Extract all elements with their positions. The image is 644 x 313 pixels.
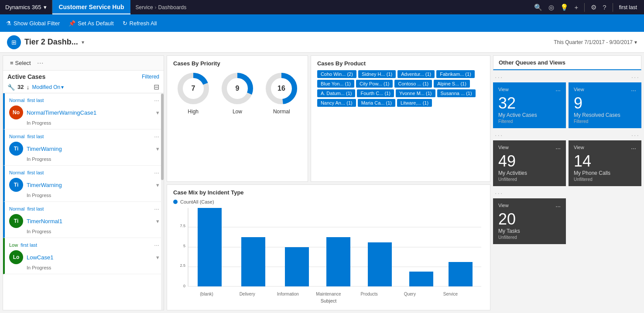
settings-icon[interactable]: ⚙	[591, 3, 596, 11]
case-name[interactable]: TimerWarning	[27, 146, 153, 152]
main-content: ≡ Select ··· Active Cases Filtered 🔧 32 …	[0, 53, 644, 313]
middle-panel: Cases By Priority 7 High	[167, 55, 490, 310]
queue-view[interactable]: View	[574, 87, 584, 92]
svg-text:0: 0	[183, 284, 185, 288]
sort-chevron: ▾	[61, 84, 64, 90]
product-tag[interactable]: Susanna ... (1)	[437, 89, 476, 97]
product-tag[interactable]: Blue Yon... (1)	[317, 80, 354, 88]
queue-number: 20	[498, 211, 561, 227]
recent-icon[interactable]: ◎	[548, 3, 554, 11]
dots-left: ···	[495, 74, 503, 82]
expand-icon[interactable]: ▾	[156, 182, 159, 188]
case-name[interactable]: LowCase1	[27, 254, 153, 261]
case-user[interactable]: first last	[27, 206, 44, 211]
product-tag[interactable]: A. Datum... (1)	[317, 89, 356, 97]
show-global-filter-btn[interactable]: ⚗ Show Global Filter	[6, 20, 60, 27]
product-tag[interactable]: Nancy An... (1)	[317, 99, 356, 107]
dynamics365-chevron[interactable]: ▾	[44, 4, 47, 10]
case-priority: Normal	[9, 206, 24, 211]
queue-view[interactable]: View	[498, 203, 509, 208]
search-icon[interactable]: 🔍	[534, 3, 542, 11]
help-icon[interactable]: 💡	[560, 3, 569, 11]
donut-low: 9 Low	[220, 71, 255, 115]
case-priority: Low	[9, 242, 18, 248]
case-user[interactable]: first last	[27, 134, 44, 139]
case-name[interactable]: NormalTimerWarningCase1	[27, 109, 153, 116]
case-status: In Progress	[9, 192, 159, 198]
date-chevron[interactable]: ▾	[634, 39, 637, 45]
product-tag[interactable]: Yvonne M... (1)	[396, 89, 435, 97]
sort-arrow[interactable]: ↓	[26, 84, 29, 91]
product-tag[interactable]: Adventur... (1)	[397, 70, 435, 78]
sort-label[interactable]: Modified On ▾	[32, 84, 64, 90]
queue-view[interactable]: View	[498, 145, 509, 150]
nav-service[interactable]: Service	[136, 4, 153, 10]
breadcrumb: Service › Dashboards	[130, 4, 192, 10]
queue-view[interactable]: View	[574, 145, 584, 150]
dashboard-dropdown[interactable]: ▾	[82, 39, 84, 45]
case-mix-chart: Case Mix by Incident Type CountAll (Case…	[167, 184, 490, 310]
set-as-default-btn[interactable]: 📌 Set As Default	[69, 20, 113, 27]
product-tag[interactable]: Alpine S... (1)	[434, 80, 470, 88]
product-tag[interactable]: Litware,... (1)	[397, 99, 432, 107]
bar[interactable]	[368, 242, 392, 286]
case-user[interactable]: first last	[21, 242, 37, 248]
queue-section-3: ··· View ··· 20 My Tasks Unfiltered	[493, 189, 641, 244]
select-btn[interactable]: ≡ Select	[7, 58, 34, 68]
case-user[interactable]: first last	[27, 98, 44, 103]
dots-right-2: ···	[631, 132, 640, 139]
expand-icon[interactable]: ▾	[156, 109, 159, 116]
queue-more[interactable]: ···	[555, 145, 561, 152]
case-name[interactable]: TimerNormal1	[27, 218, 153, 225]
question-icon[interactable]: ?	[603, 3, 606, 11]
queue-number: 32	[498, 95, 561, 111]
dynamics365-nav[interactable]: Dynamics 365 ▾	[3, 0, 52, 14]
queue-dots-row: ··· ···	[493, 73, 641, 82]
donut-high-svg: 7	[176, 71, 211, 106]
case-more[interactable]: ···	[154, 169, 159, 176]
x-label: (blank)	[186, 292, 227, 296]
case-more[interactable]: ···	[154, 97, 159, 104]
product-tag[interactable]: Contoso ... (1)	[394, 80, 432, 88]
case-count: 32	[17, 84, 24, 90]
queue-more[interactable]: ···	[631, 145, 636, 152]
x-label: Service	[430, 292, 471, 296]
product-tag[interactable]: Fourth C... (1)	[357, 89, 394, 97]
bar[interactable]	[326, 237, 350, 286]
expand-icon[interactable]: ▾	[156, 218, 159, 225]
bar[interactable]	[449, 262, 473, 286]
case-more[interactable]: ···	[154, 242, 159, 248]
bar[interactable]	[198, 208, 222, 286]
case-more[interactable]: ···	[154, 205, 159, 212]
product-tag[interactable]: City Pow... (1)	[356, 80, 393, 88]
expand-icon[interactable]: ▾	[156, 146, 159, 152]
x-axis-labels: (blank) Delivery Information Maintenance…	[173, 291, 484, 296]
bar[interactable]	[285, 247, 309, 286]
refresh-all-btn[interactable]: ↻ Refresh All	[123, 20, 157, 27]
product-tag[interactable]: Maria Ca... (1)	[358, 99, 395, 107]
donut-label-high: High	[188, 109, 199, 115]
queue-more[interactable]: ···	[555, 87, 561, 94]
queue-view[interactable]: View	[498, 87, 509, 92]
add-icon[interactable]: +	[575, 3, 579, 11]
view-toggle[interactable]: ⊟	[154, 83, 159, 91]
panel-toolbar-more[interactable]: ···	[37, 58, 44, 68]
product-tag[interactable]: Coho Win... (2)	[317, 70, 356, 78]
bar[interactable]	[409, 272, 433, 286]
case-user[interactable]: first last	[27, 170, 44, 175]
queue-section-2: ··· ··· View ··· 49 My Activities Unfilt…	[493, 131, 641, 186]
product-tag[interactable]: Fabrikam... (1)	[436, 70, 475, 78]
case-more[interactable]: ···	[154, 133, 159, 140]
product-tag[interactable]: Sidney H... (1)	[358, 70, 396, 78]
expand-icon[interactable]: ▾	[156, 254, 159, 261]
panel-filtered: Filtered	[142, 74, 159, 80]
user-name[interactable]: first last	[619, 4, 637, 10]
nav-dashboards[interactable]: Dashboards	[158, 4, 187, 10]
queue-more[interactable]: ···	[631, 87, 636, 94]
queue-more[interactable]: ···	[555, 203, 561, 210]
x-label: Information	[267, 292, 308, 296]
queue-name: My Tasks	[498, 228, 561, 234]
bar[interactable]	[241, 237, 265, 286]
case-priority: Normal	[9, 98, 24, 103]
case-name[interactable]: TimerWarning	[27, 182, 153, 188]
